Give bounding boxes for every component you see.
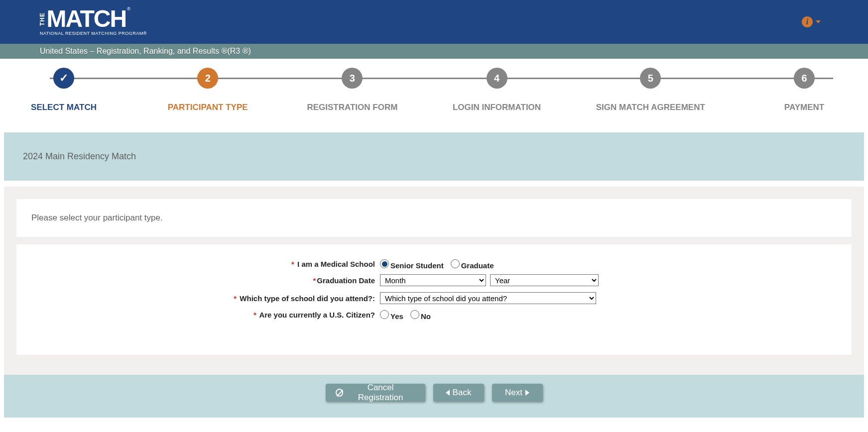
step-number: 2 xyxy=(197,68,218,89)
select-year[interactable]: Year xyxy=(490,274,599,286)
step-label: REGISTRATION FORM xyxy=(307,103,397,112)
row-graduation-date: *Graduation Date Month Year xyxy=(31,274,837,286)
select-school-type[interactable]: Which type of school did you attend? xyxy=(380,292,596,304)
select-month[interactable]: Month xyxy=(380,274,486,286)
step-participant-type[interactable]: 2 PARTICIPANT TYPE xyxy=(163,68,252,112)
step-label: SELECT MATCH xyxy=(31,103,97,112)
step-label: SIGN MATCH AGREEMENT xyxy=(596,103,705,112)
step-number: 4 xyxy=(487,68,507,89)
chevron-down-icon xyxy=(816,20,821,23)
radio-citizen-yes[interactable] xyxy=(380,310,389,319)
school-label: Which type of school did you attend?: xyxy=(238,294,375,303)
step-registration-form[interactable]: 3 REGISTRATION FORM xyxy=(307,68,397,112)
step-number: 3 xyxy=(342,68,363,89)
step-payment[interactable]: 6 PAYMENT xyxy=(759,68,849,112)
graddate-label: Graduation Date xyxy=(317,276,375,285)
breadcrumb: United States – Registration, Ranking, a… xyxy=(0,44,868,59)
check-icon: ✓ xyxy=(59,72,68,85)
content-outer: Please select your participant type. * I… xyxy=(4,187,864,375)
step-label: LOGIN INFORMATION xyxy=(453,103,541,112)
chevron-right-icon xyxy=(525,390,529,396)
prompt-panel: Please select your participant type. xyxy=(16,199,852,237)
logo: THE MATCH ® NATIONAL RESIDENT MATCHING P… xyxy=(40,8,147,35)
logo-reg: ® xyxy=(127,6,130,11)
step-sign-match-agreement[interactable]: 5 SIGN MATCH AGREEMENT xyxy=(596,68,705,112)
next-label: Next xyxy=(505,388,522,398)
step-login-information[interactable]: 4 LOGIN INFORMATION xyxy=(452,68,542,112)
info-icon: i xyxy=(802,16,813,27)
radio-senior-student[interactable] xyxy=(380,259,389,268)
chevron-left-icon xyxy=(446,390,450,396)
medschool-label: I am a Medical School xyxy=(295,260,375,268)
logo-subtitle: NATIONAL RESIDENT MATCHING PROGRAM® xyxy=(40,31,147,36)
step-label: PAYMENT xyxy=(784,103,824,112)
back-button[interactable]: Back xyxy=(433,384,484,402)
radio-citizen-no[interactable] xyxy=(410,310,419,319)
row-school-type: * Which type of school did you attend?: … xyxy=(31,292,837,304)
citizen-label: Are you currently a U.S. Citizen? xyxy=(257,311,375,319)
radio-yes-label: Yes xyxy=(390,312,403,321)
back-label: Back xyxy=(453,388,472,398)
step-number: 5 xyxy=(640,68,661,89)
next-button[interactable]: Next xyxy=(492,384,543,402)
cancel-registration-button[interactable]: Cancel Registration xyxy=(326,384,425,402)
info-menu[interactable]: i xyxy=(802,16,821,27)
radio-graduate[interactable] xyxy=(451,259,460,268)
prompt-text: Please select your participant type. xyxy=(31,213,837,223)
radio-senior-label: Senior Student xyxy=(390,261,444,270)
step-select-match[interactable]: ✓ SELECT MATCH xyxy=(19,68,109,112)
logo-the: THE xyxy=(40,12,45,26)
match-banner: 2024 Main Residency Match xyxy=(4,132,864,181)
form-panel: * I am a Medical School Senior Student G… xyxy=(16,244,852,355)
logo-match: MATCH xyxy=(46,8,126,29)
row-medical-school: * I am a Medical School Senior Student G… xyxy=(31,259,837,268)
app-header: THE MATCH ® NATIONAL RESIDENT MATCHING P… xyxy=(0,0,868,44)
radio-graduate-label: Graduate xyxy=(461,261,494,270)
action-bar: Cancel Registration Back Next xyxy=(4,375,864,418)
cancel-icon xyxy=(336,389,343,397)
cancel-label: Cancel Registration xyxy=(346,383,415,403)
step-number: 6 xyxy=(794,68,815,89)
step-label: PARTICIPANT TYPE xyxy=(168,103,248,112)
radio-no-label: No xyxy=(421,312,431,321)
row-citizen: * Are you currently a U.S. Citizen? Yes … xyxy=(31,310,837,319)
step-wizard: ✓ SELECT MATCH 2 PARTICIPANT TYPE 3 REGI… xyxy=(0,59,868,132)
